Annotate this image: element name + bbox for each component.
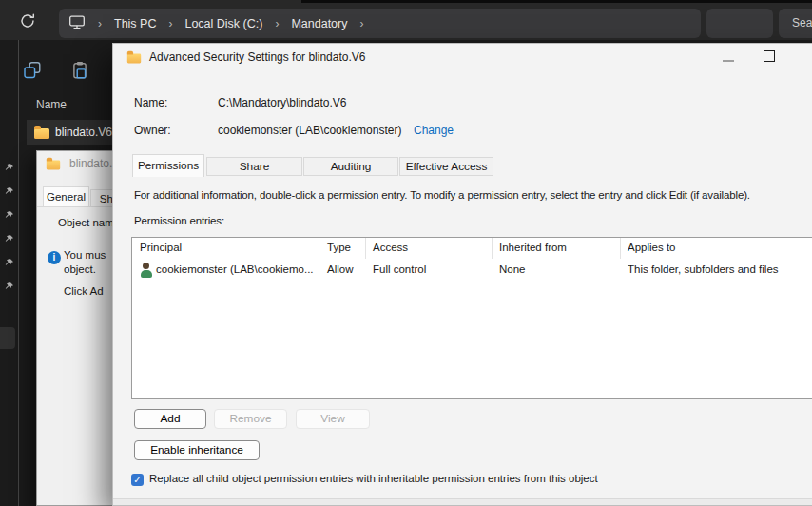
column-header-type[interactable]: Type xyxy=(327,242,351,253)
pin-icon[interactable] xyxy=(4,160,14,170)
folder-icon xyxy=(127,54,141,64)
replace-child-permissions-checkbox[interactable]: ✓ xyxy=(131,474,144,486)
paste-icon[interactable] xyxy=(70,61,89,80)
permission-entries-label: Permission entries: xyxy=(134,215,224,226)
replace-child-permissions-label: Replace all child object permission entr… xyxy=(149,473,598,484)
column-header-name[interactable]: Name xyxy=(36,98,67,111)
permission-entry-row[interactable]: cookiemonster (LAB\cookiemo... Allow Ful… xyxy=(132,261,812,282)
info-text-line3: Click Ad xyxy=(64,285,104,297)
refresh-icon[interactable] xyxy=(19,12,36,29)
name-label: Name: xyxy=(134,96,167,109)
user-icon xyxy=(140,263,152,278)
column-divider[interactable] xyxy=(365,238,366,259)
column-header-principal[interactable]: Principal xyxy=(140,242,182,253)
breadcrumb-local-disk[interactable]: Local Disk (C:) xyxy=(184,17,262,30)
pane-divider xyxy=(18,40,19,506)
explorer-toolbar: › This PC › Local Disk (C:) › Mandatory … xyxy=(0,0,812,40)
chevron-icon: › xyxy=(168,18,172,29)
properties-dialog-titlebar[interactable]: blindato.V xyxy=(46,157,112,170)
breadcrumb-this-pc[interactable]: This PC xyxy=(114,17,156,30)
rail-selected-indicator[interactable] xyxy=(0,327,15,349)
column-header-applies-to[interactable]: Applies to xyxy=(628,242,676,253)
pin-icon[interactable] xyxy=(4,207,14,218)
minimize-icon[interactable] xyxy=(723,60,734,62)
cell-principal: cookiemonster (LAB\cookiemo... xyxy=(156,263,314,275)
copy-icon[interactable] xyxy=(23,61,42,80)
info-icon: i xyxy=(48,251,61,264)
screen: › This PC › Local Disk (C:) › Mandatory … xyxy=(0,0,812,506)
dialog-title: Advanced Security Settings for blindato.… xyxy=(149,50,365,64)
object-name-label: Object name xyxy=(58,217,112,228)
chevron-icon: › xyxy=(98,18,102,29)
tab-sharing[interactable]: Sha xyxy=(90,189,112,207)
dialog-titlebar[interactable]: Advanced Security Settings for blindato.… xyxy=(126,50,365,64)
pin-icon[interactable] xyxy=(4,231,14,242)
tab-general[interactable]: General xyxy=(43,186,89,207)
tab-auditing[interactable]: Auditing xyxy=(303,157,398,176)
column-divider[interactable] xyxy=(492,238,493,259)
column-divider[interactable] xyxy=(319,238,319,259)
cell-inherited-from: None xyxy=(499,263,526,275)
folder-icon xyxy=(47,161,60,170)
properties-dialog: blindato.V General Sha Object name i You… xyxy=(36,150,112,506)
pin-icon[interactable] xyxy=(4,184,14,194)
maximize-icon[interactable] xyxy=(764,50,775,62)
search-input[interactable]: Sea xyxy=(779,9,812,38)
pin-icon[interactable] xyxy=(4,255,14,265)
file-name: blindato.V6 xyxy=(55,126,112,139)
tab-share[interactable]: Share xyxy=(206,157,302,176)
column-header-access[interactable]: Access xyxy=(373,242,408,253)
address-bar[interactable]: › This PC › Local Disk (C:) › Mandatory … xyxy=(59,9,701,38)
instructions-text: For additional information, double-click… xyxy=(134,189,750,201)
address-bar-segment[interactable] xyxy=(706,9,773,38)
folder-icon xyxy=(34,128,49,139)
file-row-selected[interactable]: blindato.V6 xyxy=(27,120,114,145)
breadcrumb-mandatory[interactable]: Mandatory xyxy=(291,17,347,30)
dialog-footer xyxy=(113,498,812,506)
top-hairline xyxy=(301,0,812,3)
tab-permissions[interactable]: Permissions xyxy=(132,154,204,177)
cell-type: Allow xyxy=(327,263,353,275)
view-button[interactable]: View xyxy=(296,409,370,429)
chevron-icon: › xyxy=(275,18,279,29)
info-text-line1: You mus xyxy=(64,249,106,261)
properties-dialog-title: blindato.V xyxy=(69,157,112,170)
owner-value: cookiemonster (LAB\cookiemonster) xyxy=(218,124,401,137)
tab-strip-line xyxy=(37,206,112,207)
column-divider[interactable] xyxy=(620,238,621,259)
advanced-security-dialog: Advanced Security Settings for blindato.… xyxy=(112,43,812,506)
this-pc-icon[interactable] xyxy=(68,14,86,33)
cell-applies-to: This folder, subfolders and files xyxy=(628,263,779,275)
add-button[interactable]: Add xyxy=(134,409,206,429)
name-value: C:\Mandatory\blindato.V6 xyxy=(218,96,346,109)
info-text-line2: object. xyxy=(64,263,96,275)
tab-effective-access[interactable]: Effective Access xyxy=(399,157,493,176)
owner-label: Owner: xyxy=(134,124,171,137)
change-owner-link[interactable]: Change xyxy=(414,124,454,137)
permission-entries-table: Principal Type Access Inherited from App… xyxy=(131,237,812,399)
cell-access: Full control xyxy=(373,263,426,275)
enable-inheritance-button[interactable]: Enable inheritance xyxy=(134,440,260,460)
chevron-icon: › xyxy=(359,18,363,29)
column-header-inherited-from[interactable]: Inherited from xyxy=(499,242,567,253)
pin-icon[interactable] xyxy=(4,279,14,289)
remove-button[interactable]: Remove xyxy=(214,409,287,429)
file-actions-toolbar xyxy=(0,40,112,95)
